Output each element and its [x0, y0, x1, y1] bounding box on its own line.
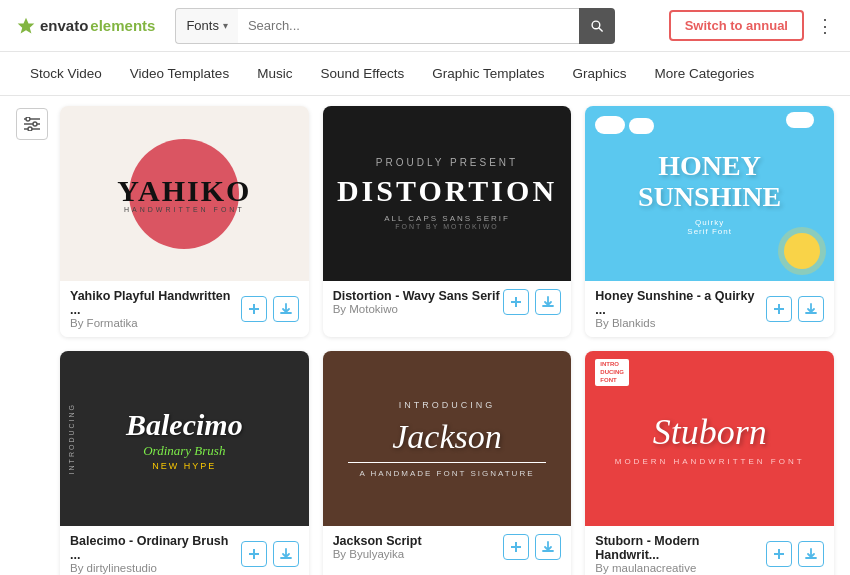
stuborn-font-text: Stuborn: [653, 411, 767, 453]
download-button-distortion[interactable]: [535, 289, 561, 315]
distortion-proudly-text: PROUDLY PRESENT: [376, 157, 518, 168]
card-info-stuborn: Stuborn - Modern Handwrit... By maulanac…: [585, 526, 834, 575]
search-input[interactable]: [238, 8, 579, 44]
jackson-font-text: Jackson: [392, 418, 502, 456]
download-icon: [280, 303, 292, 315]
honey-sub-text: QuirkySerif Font: [687, 218, 732, 236]
svg-marker-0: [18, 17, 35, 33]
nav-item-graphic-templates[interactable]: Graphic Templates: [418, 52, 558, 96]
add-icon: [248, 303, 260, 315]
card-info-balecimo: Balecimo - Ordinary Brush ... By dirtyli…: [60, 526, 309, 575]
card-info-distortion: Distortion - Wavy Sans Serif By Motokiwo: [323, 281, 572, 323]
svg-point-8: [28, 127, 32, 131]
card-author-balecimo: By dirtylinestudio: [70, 562, 241, 574]
stuborn-sub-text: MODERN HANDWRITTEN FONT: [615, 457, 805, 466]
distortion-by-text: FONT BY MOTOKIWO: [395, 223, 499, 230]
logo[interactable]: envato elements: [16, 16, 155, 36]
card-image-jackson: INTRODUCING Jackson A HANDMADE FONT SIGN…: [323, 351, 572, 526]
add-icon: [248, 548, 260, 560]
logo-text: envato: [40, 17, 88, 34]
svg-point-1: [593, 21, 601, 29]
svg-line-2: [599, 27, 603, 31]
nav-item-music[interactable]: Music: [243, 52, 306, 96]
download-button-yahiko[interactable]: [273, 296, 299, 322]
card-author-stuborn: By maulanacreative: [595, 562, 766, 574]
card-text-jackson: Jackson Script By Byulyayika: [333, 534, 504, 560]
nav-item-sound-effects[interactable]: Sound Effects: [306, 52, 418, 96]
distortion-font-text: DISTORTION: [337, 174, 557, 208]
header-right: Switch to annual ⋮: [669, 10, 834, 41]
jackson-intro-text: INTRODUCING: [399, 400, 496, 410]
svg-rect-14: [774, 308, 784, 310]
download-icon: [280, 548, 292, 560]
switch-annual-button[interactable]: Switch to annual: [669, 10, 804, 41]
card-info-yahiko: Yahiko Playful Handwritten ... By Format…: [60, 281, 309, 337]
card-image-yahiko: YAHIKO HANDWRITTEN FONT: [60, 106, 309, 281]
balecimo-font-text: Balecimo: [126, 407, 243, 443]
download-button-stuborn[interactable]: [798, 541, 824, 567]
card-text-balecimo: Balecimo - Ordinary Brush ... By dirtyli…: [70, 534, 241, 574]
card-honey[interactable]: HONEYSUNSHINE QuirkySerif Font Honey Sun…: [585, 106, 834, 337]
jackson-divider: [348, 462, 547, 463]
download-button-jackson[interactable]: [535, 534, 561, 560]
add-button-stuborn[interactable]: [766, 541, 792, 567]
logo-elements-text: elements: [90, 17, 155, 34]
card-actions-jackson: [503, 534, 561, 560]
sun-decoration: [784, 233, 820, 269]
filter-dropdown[interactable]: Fonts ▾: [175, 8, 238, 44]
card-jackson[interactable]: INTRODUCING Jackson A HANDMADE FONT SIGN…: [323, 351, 572, 575]
yahiko-font-text: YAHIKO: [117, 174, 251, 208]
card-yahiko[interactable]: YAHIKO HANDWRITTEN FONT Yahiko Playful H…: [60, 106, 309, 337]
card-actions-distortion: [503, 289, 561, 315]
card-info-jackson: Jackson Script By Byulyayika: [323, 526, 572, 568]
card-title-honey: Honey Sunshine - a Quirky ...: [595, 289, 766, 317]
card-image-stuborn: INTRODUCINGFONT Stuborn MODERN HANDWRITT…: [585, 351, 834, 526]
card-title-yahiko: Yahiko Playful Handwritten ...: [70, 289, 241, 317]
header: envato elements Fonts ▾ Switch to annual…: [0, 0, 850, 52]
nav-item-video-templates[interactable]: Video Templates: [116, 52, 243, 96]
download-button-honey[interactable]: [798, 296, 824, 322]
add-icon: [510, 541, 522, 553]
more-options-icon[interactable]: ⋮: [816, 15, 834, 37]
card-image-distortion: PROUDLY PRESENT DISTORTION ALL CAPS SANS…: [323, 106, 572, 281]
card-author-yahiko: By Formatika: [70, 317, 241, 329]
card-text-distortion: Distortion - Wavy Sans Serif By Motokiwo: [333, 289, 504, 315]
card-distortion[interactable]: PROUDLY PRESENT DISTORTION ALL CAPS SANS…: [323, 106, 572, 337]
card-actions-honey: [766, 296, 824, 322]
svg-point-7: [33, 122, 37, 126]
card-title-stuborn: Stuborn - Modern Handwrit...: [595, 534, 766, 562]
clouds-decoration: [595, 116, 654, 134]
svg-rect-16: [249, 553, 259, 555]
card-title-jackson: Jackson Script: [333, 534, 504, 548]
card-text-honey: Honey Sunshine - a Quirky ... By Blankid…: [595, 289, 766, 329]
balecimo-sub-text: Ordinary Brush: [143, 443, 225, 459]
svg-rect-12: [511, 301, 521, 303]
download-icon: [542, 296, 554, 308]
add-button-yahiko[interactable]: [241, 296, 267, 322]
svg-point-6: [26, 117, 30, 121]
nav-item-more-categories[interactable]: More Categories: [641, 52, 769, 96]
card-title-distortion: Distortion - Wavy Sans Serif: [333, 289, 504, 303]
honey-font-text: HONEYSUNSHINE: [638, 151, 781, 213]
download-icon: [805, 303, 817, 315]
nav-item-stock-video[interactable]: Stock Video: [16, 52, 116, 96]
yahiko-sub-text: HANDWRITTEN FONT: [117, 206, 251, 213]
add-icon: [773, 548, 785, 560]
add-button-jackson[interactable]: [503, 534, 529, 560]
card-text-yahiko: Yahiko Playful Handwritten ... By Format…: [70, 289, 241, 329]
nav-item-graphics[interactable]: Graphics: [559, 52, 641, 96]
balecimo-side-text: INTRODUCING: [68, 351, 75, 526]
filter-icon-button[interactable]: [16, 108, 48, 140]
search-button[interactable]: [579, 8, 615, 44]
nav: Stock Video Video Templates Music Sound …: [0, 52, 850, 96]
svg-rect-18: [511, 546, 521, 548]
card-stuborn[interactable]: INTRODUCINGFONT Stuborn MODERN HANDWRITT…: [585, 351, 834, 575]
filter-label: Fonts: [186, 18, 219, 33]
content: YAHIKO HANDWRITTEN FONT Yahiko Playful H…: [0, 96, 850, 575]
add-button-distortion[interactable]: [503, 289, 529, 315]
add-button-honey[interactable]: [766, 296, 792, 322]
card-balecimo[interactable]: INTRODUCING Balecimo Ordinary Brush NEW …: [60, 351, 309, 575]
add-icon: [773, 303, 785, 315]
add-button-balecimo[interactable]: [241, 541, 267, 567]
download-button-balecimo[interactable]: [273, 541, 299, 567]
